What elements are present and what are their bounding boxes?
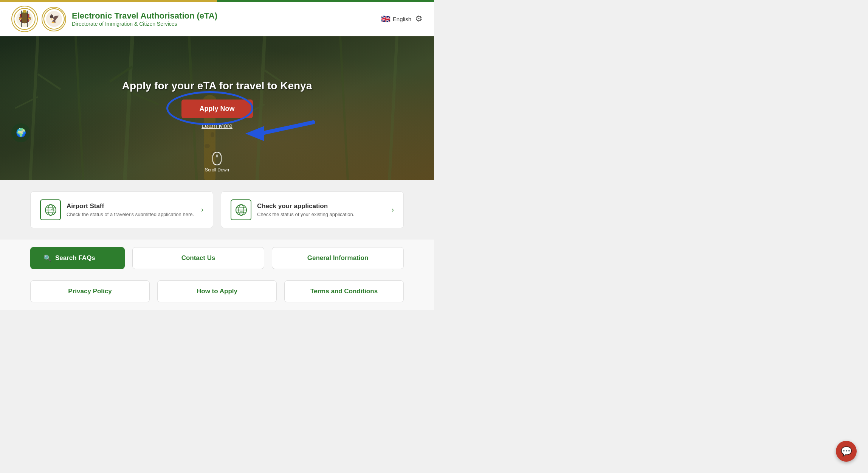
globe-plane-icon: [44, 204, 57, 216]
mouse-icon: [212, 152, 222, 165]
terms-conditions-button[interactable]: Terms and Conditions: [284, 280, 404, 302]
apply-btn-container: Apply Now: [181, 100, 253, 118]
header-left: 🦁 🦁 🦅 Electronic Travel Authorisation (e…: [11, 6, 217, 32]
header: 🦁 🦁 🦅 Electronic Travel Authorisation (e…: [0, 2, 434, 36]
learn-more-link[interactable]: Learn More: [122, 123, 312, 129]
search-faqs-button[interactable]: 🔍 Search FAQs: [30, 247, 125, 269]
svg-point-28: [211, 132, 214, 137]
bottom-links-section: Privacy Policy How to Apply Terms and Co…: [0, 277, 434, 310]
search-faqs-label: Search FAQs: [55, 254, 95, 262]
globe-doc-icon: [235, 204, 248, 216]
site-title: Electronic Travel Authorisation (eTA): [72, 11, 217, 21]
settings-icon[interactable]: ⚙: [415, 14, 423, 24]
apply-now-button[interactable]: Apply Now: [181, 100, 253, 118]
logo-secondary: 🦅: [42, 7, 66, 31]
scroll-text: Scroll Down: [205, 167, 229, 173]
logo-container: 🦁 🦁 🦅: [11, 6, 66, 32]
cards-section: Airport Staff Check the status of a trav…: [0, 180, 434, 240]
airport-staff-text: Airport Staff Check the status of a trav…: [67, 202, 194, 217]
airport-staff-card[interactable]: Airport Staff Check the status of a trav…: [30, 191, 213, 228]
svg-rect-44: [240, 213, 243, 213]
how-to-apply-button[interactable]: How to Apply: [157, 280, 277, 302]
kenya-badge: 🌍: [11, 123, 30, 142]
svg-line-16: [340, 36, 348, 180]
airport-staff-desc: Check the status of a traveler's submitt…: [67, 212, 194, 217]
hero-content: Apply for your eTA for travel to Kenya A…: [122, 80, 312, 129]
general-information-button[interactable]: General Information: [272, 247, 404, 269]
crest-svg: 🦁 🦁: [13, 8, 36, 30]
header-title: Electronic Travel Authorisation (eTA) Di…: [72, 11, 217, 27]
contact-us-button[interactable]: Contact Us: [132, 247, 264, 269]
svg-line-18: [38, 74, 60, 89]
svg-line-11: [30, 36, 38, 180]
mouse-dot: [217, 154, 218, 157]
svg-rect-43: [240, 212, 243, 212]
airport-staff-arrow: ›: [201, 206, 203, 214]
svg-line-17: [389, 36, 397, 180]
svg-text:🦁: 🦁: [19, 17, 22, 20]
svg-line-12: [76, 36, 83, 180]
check-application-title: Check your application: [257, 202, 354, 210]
airport-staff-title: Airport Staff: [67, 202, 194, 210]
header-right: 🇬🇧 English ⚙: [381, 14, 423, 24]
faq-section: 🔍 Search FAQs Contact Us General Informa…: [0, 240, 434, 277]
search-icon: 🔍: [43, 254, 51, 262]
secondary-logo-svg: 🦅: [43, 8, 65, 30]
language-label: English: [393, 16, 411, 22]
check-application-desc: Check the status of your existing applic…: [257, 212, 354, 217]
scroll-down: Scroll Down: [205, 152, 229, 173]
hero-section: Apply for your eTA for travel to Kenya A…: [0, 36, 434, 180]
site-subtitle: Directorate of Immigration & Citizen Ser…: [72, 21, 217, 27]
check-application-card[interactable]: Check your application Check the status …: [221, 191, 404, 228]
privacy-policy-button[interactable]: Privacy Policy: [30, 280, 150, 302]
check-application-arrow: ›: [392, 206, 394, 214]
hero-title: Apply for your eTA for travel to Kenya: [122, 80, 312, 92]
kenya-badge-icon: 🌍: [16, 128, 26, 138]
svg-point-4: [23, 10, 26, 13]
svg-point-29: [205, 144, 210, 148]
flag-uk-icon: 🇬🇧: [381, 14, 391, 23]
svg-text:🦅: 🦅: [49, 14, 60, 24]
check-application-text: Check your application Check the status …: [257, 202, 354, 217]
svg-text:🦁: 🦁: [28, 17, 31, 20]
airport-staff-icon: [40, 199, 61, 220]
logo-kenya-crest: 🦁 🦁: [11, 6, 38, 32]
check-application-icon: [231, 199, 251, 220]
language-selector[interactable]: 🇬🇧 English: [381, 14, 411, 23]
